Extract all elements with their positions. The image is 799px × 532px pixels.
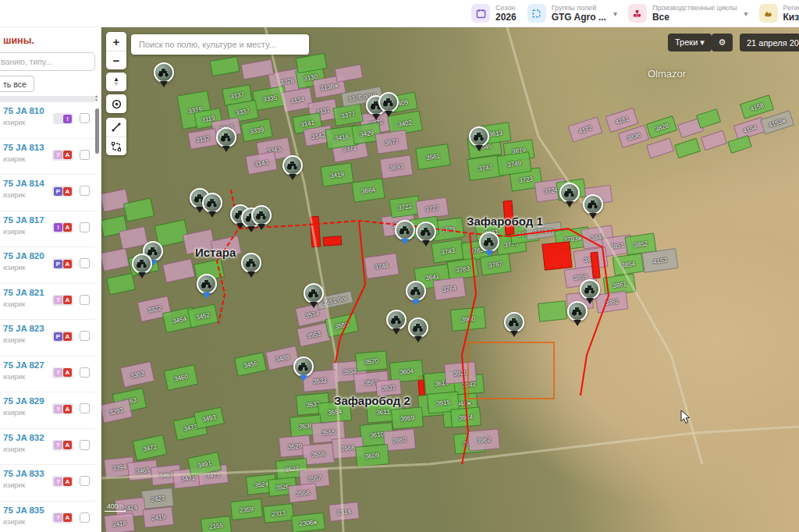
vehicle-row[interactable]: 75 JA 817изирик!A: [0, 211, 95, 248]
vehicle-checkbox[interactable]: [80, 186, 90, 196]
vehicle-row[interactable]: 75 JA 835изирик?A: [0, 502, 95, 532]
tractor-photo: [567, 301, 588, 321]
zoom-in-button[interactable]: +: [106, 32, 126, 51]
vehicle-search-input[interactable]: [0, 52, 95, 71]
tractor-marker[interactable]: [202, 193, 222, 213]
tractor-marker[interactable]: [197, 274, 217, 294]
field-groups-filter[interactable]: Группы полей GTG Agro ... ▾: [527, 4, 617, 23]
tractor-marker[interactable]: [241, 253, 261, 273]
vehicle-row[interactable]: 75 JA 820изирикPA: [0, 247, 95, 284]
status-badge: ?: [54, 368, 62, 377]
vehicle-checkbox[interactable]: [80, 150, 90, 160]
vehicle-row[interactable]: 75 JA 814изирикPA: [0, 175, 95, 211]
vehicle-name: 75 JA 835: [3, 505, 44, 515]
vehicle-checkbox[interactable]: [80, 367, 90, 378]
map-canvas[interactable]: 332831303138ж333531343131313733373319311…: [101, 27, 799, 532]
status-badge: A: [63, 223, 72, 232]
vehicle-checkbox[interactable]: [80, 113, 90, 123]
vehicle-row[interactable]: 75 JA 832изирик?A: [0, 429, 95, 466]
tractor-marker[interactable]: [469, 126, 489, 147]
scroll-arrows[interactable]: ▲▼: [94, 94, 98, 102]
tractor-marker[interactable]: [406, 281, 426, 301]
vehicle-region: изирик: [3, 264, 25, 271]
vehicle-region: изирик: [3, 481, 25, 489]
tractor-marker[interactable]: [386, 310, 407, 330]
status-badge: A: [63, 296, 72, 304]
tractor-marker[interactable]: [479, 232, 499, 252]
tracks-button[interactable]: Треки ▾: [668, 34, 712, 51]
vehicles-sidebar: шины. ть все ▲▼ 75 JA 810изирик!75 JA 81…: [0, 27, 101, 532]
vehicle-region: изирик: [3, 300, 25, 308]
status-badge: A: [63, 332, 72, 341]
tractor-marker[interactable]: [378, 92, 399, 112]
status-badge: A: [63, 368, 72, 377]
tractor-marker[interactable]: [154, 62, 174, 83]
season-filter[interactable]: Сезон 2026: [471, 4, 517, 23]
vehicle-status-badges: !A: [52, 222, 73, 233]
top-bar: Сезон 2026 Группы полей GTG Agro ... ▾ П…: [0, 0, 799, 27]
tractor-marker[interactable]: [304, 283, 324, 303]
vehicle-name: 75 JA 814: [3, 179, 44, 188]
vehicle-checkbox[interactable]: [80, 331, 90, 341]
zoom-out-button[interactable]: −: [106, 51, 126, 69]
tractor-marker[interactable]: [408, 317, 428, 338]
measure-button[interactable]: [106, 118, 126, 137]
vehicle-row[interactable]: 75 JA 833изирик?A: [0, 465, 95, 502]
tractor-marker[interactable]: [504, 312, 524, 332]
status-badge: ?: [54, 296, 62, 304]
map-settings-button[interactable]: ⚙: [712, 34, 733, 51]
status-badge: !: [54, 223, 62, 232]
tractor-marker[interactable]: [293, 356, 314, 377]
vehicle-checkbox[interactable]: [80, 295, 90, 305]
status-badge: A: [63, 513, 72, 522]
tractor-photo: [197, 274, 217, 294]
tractor-marker[interactable]: [416, 222, 436, 242]
status-badge: ?: [54, 151, 62, 159]
vehicle-row[interactable]: 75 JA 810изирик!: [0, 102, 95, 139]
tractor-marker[interactable]: [395, 220, 415, 240]
scrollbar[interactable]: [95, 102, 99, 532]
tractor-photo: [293, 356, 314, 377]
vehicle-status-badges: ?A: [52, 403, 73, 414]
status-badge: A: [63, 441, 72, 449]
vehicle-region: изирик: [3, 228, 25, 236]
vehicle-region: изирик: [3, 445, 25, 453]
production-cycles-filter[interactable]: Производственные циклы Все ▾: [628, 4, 748, 23]
status-badge: P: [54, 187, 62, 196]
locate-button[interactable]: [106, 94, 126, 113]
vehicle-name: 75 JA 813: [3, 143, 44, 152]
status-badge: A: [63, 405, 72, 413]
vehicle-status-badges: ?A: [52, 367, 73, 378]
tractor-marker[interactable]: [251, 205, 272, 225]
tractor-photo: [251, 205, 272, 225]
tractor-marker[interactable]: [132, 254, 152, 274]
vehicle-checkbox[interactable]: [80, 476, 90, 486]
select-all-button[interactable]: ть все: [0, 76, 34, 92]
vehicle-checkbox[interactable]: [80, 222, 90, 232]
tractor-marker[interactable]: [559, 183, 580, 203]
tractor-marker[interactable]: [282, 155, 303, 176]
scrollbar-thumb[interactable]: [95, 108, 99, 154]
tractor-marker[interactable]: [580, 279, 600, 300]
vehicle-checkbox[interactable]: [80, 258, 90, 268]
vehicle-checkbox[interactable]: [80, 512, 90, 523]
vehicle-row[interactable]: 75 JA 829изирик?A: [0, 392, 95, 429]
vehicle-checkbox[interactable]: [80, 440, 90, 450]
compass-button[interactable]: ▲▼: [106, 73, 126, 91]
date-chip[interactable]: 21 апреля 2026: [740, 34, 799, 51]
vehicle-status-badges: PA: [52, 331, 73, 342]
draw-rect-button[interactable]: [106, 137, 126, 155]
tractor-marker[interactable]: [583, 194, 603, 215]
tractor-marker[interactable]: [216, 127, 236, 147]
vehicle-row[interactable]: 75 JA 823изирикPA: [0, 320, 95, 356]
tractor-photo: [216, 127, 236, 147]
vehicle-checkbox[interactable]: [80, 403, 90, 413]
map-search-input[interactable]: [131, 34, 309, 55]
tractor-photo: [154, 62, 174, 83]
region-filter[interactable]: Регион Кизирик: [759, 4, 799, 23]
status-badge: ?: [54, 477, 62, 486]
vehicle-row[interactable]: 75 JA 827изирик?A: [0, 356, 95, 393]
vehicle-row[interactable]: 75 JA 813изирик?A: [0, 139, 95, 176]
vehicle-row[interactable]: 75 JA 821изирик?A: [0, 284, 95, 321]
tractor-marker[interactable]: [567, 301, 588, 321]
